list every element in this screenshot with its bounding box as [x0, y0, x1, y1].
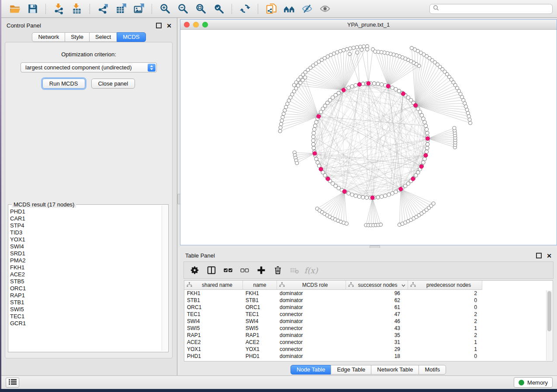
- clear-selection-icon: [240, 265, 249, 275]
- table-cell: dominator: [277, 297, 346, 304]
- mcds-result-item[interactable]: ACE2: [10, 271, 161, 278]
- export-table-button[interactable]: [114, 2, 128, 16]
- export-image-button[interactable]: [131, 2, 146, 16]
- table-tab-node-table[interactable]: Node Table: [291, 365, 332, 375]
- table-row[interactable]: SWI5SWI5connector431: [184, 325, 553, 332]
- close-panel-button[interactable]: Close panel: [91, 79, 135, 89]
- window-maximize-button[interactable]: [202, 22, 208, 28]
- network-canvas[interactable]: [180, 29, 557, 245]
- control-panel-header: Control Panel ✕: [1, 18, 177, 31]
- tab-mcds[interactable]: MCDS: [117, 32, 145, 42]
- split-view-icon: [207, 265, 216, 275]
- import-network-icon: [53, 3, 65, 14]
- column-header-shared-name[interactable]: shared name: [184, 281, 243, 290]
- mcds-result-item[interactable]: SRD1: [10, 250, 161, 257]
- table-scrollbar[interactable]: [546, 290, 552, 361]
- column-header-predecessor-nodes[interactable]: predecessor nodes: [408, 281, 482, 290]
- mcds-result-item[interactable]: GCR1: [10, 320, 161, 327]
- refresh-button[interactable]: [238, 2, 252, 16]
- delete-column-button[interactable]: [271, 264, 284, 277]
- mcds-result-item[interactable]: CAR1: [10, 215, 161, 222]
- import-network-button[interactable]: [52, 2, 66, 16]
- open-file-button[interactable]: [7, 2, 22, 16]
- hide-selected-button[interactable]: [300, 2, 314, 16]
- tab-network[interactable]: Network: [32, 32, 65, 42]
- mcds-result-list[interactable]: PHD1CAR1STP4TID3YOX1SWI4SRD1PMA2FKH1ACE2…: [10, 206, 161, 351]
- import-table-button[interactable]: [69, 2, 84, 16]
- hide-selected-icon: [301, 3, 313, 14]
- table-tab-network-table[interactable]: Network Table: [371, 365, 419, 375]
- table-row[interactable]: YOX1YOX1connector291: [184, 346, 553, 353]
- mcds-list-scrollbar[interactable]: [162, 206, 167, 351]
- tab-style[interactable]: Style: [65, 32, 90, 42]
- mcds-result-item[interactable]: SWI5: [10, 306, 161, 313]
- toolbar-separator: [232, 4, 232, 14]
- zoom-out-button[interactable]: [176, 2, 190, 16]
- table-cell: SWI5: [243, 325, 277, 332]
- settings-button[interactable]: [188, 264, 201, 277]
- table-cell: connector: [277, 346, 346, 353]
- save-session-button[interactable]: [25, 2, 40, 16]
- table-cell: ORC1: [243, 304, 277, 311]
- mcds-result-item[interactable]: TEC1: [10, 313, 161, 320]
- mcds-result-item[interactable]: FKH1: [10, 264, 161, 271]
- table-row[interactable]: ACE2ACE2connector311: [184, 339, 553, 346]
- table-cell: 61: [346, 304, 408, 311]
- table-row[interactable]: SWI4SWI4dominator462: [184, 318, 553, 325]
- table-row[interactable]: TEC1TEC1connector472: [184, 311, 553, 318]
- table-tab-edge-table[interactable]: Edge Table: [331, 365, 371, 375]
- table-row[interactable]: RAP1RAP1dominator352: [184, 332, 553, 339]
- mcds-result-item[interactable]: ORC1: [10, 285, 161, 292]
- zoom-fit-button[interactable]: [194, 2, 208, 16]
- clear-selection-button[interactable]: [238, 264, 251, 277]
- table-scrollbar-thumb[interactable]: [547, 291, 551, 331]
- table-row[interactable]: FKH1FKH1dominator962: [184, 290, 553, 297]
- mcds-result-item[interactable]: STP4: [10, 222, 161, 229]
- table-panel-tabs: Node TableEdge TableNetwork TableMotifs: [180, 365, 557, 375]
- mcds-result-item[interactable]: RAP1: [10, 292, 161, 299]
- add-column-button[interactable]: [255, 264, 268, 277]
- close-panel-icon[interactable]: ✕: [166, 24, 172, 28]
- mcds-result-item[interactable]: STB5: [10, 278, 161, 285]
- new-network-from-selection-button[interactable]: [264, 2, 278, 16]
- function-builder-button[interactable]: f(x): [304, 264, 318, 277]
- column-header-MCDS-role[interactable]: MCDS role: [277, 281, 346, 290]
- toolbar-separator: [90, 4, 90, 14]
- window-close-button[interactable]: [184, 22, 190, 28]
- close-table-panel-icon[interactable]: ✕: [547, 254, 552, 258]
- task-history-button[interactable]: [6, 378, 19, 388]
- mcds-result-item[interactable]: PHD1: [10, 208, 161, 215]
- memory-button[interactable]: Memory: [514, 377, 553, 388]
- table-row[interactable]: ORC1ORC1dominator610: [184, 304, 553, 311]
- table-row[interactable]: PHD1PHD1dominator180: [184, 353, 553, 360]
- export-network-icon: [97, 3, 109, 14]
- zoom-selected-button[interactable]: [211, 2, 226, 16]
- show-all-button[interactable]: [318, 2, 332, 16]
- first-neighbors-button[interactable]: [282, 2, 296, 16]
- table-tab-motifs[interactable]: Motifs: [419, 365, 446, 375]
- table-cell: TEC1: [243, 311, 277, 318]
- float-panel-icon[interactable]: [156, 23, 162, 28]
- float-table-panel-icon[interactable]: [536, 253, 542, 258]
- search-input[interactable]: [442, 5, 549, 13]
- mcds-result-item[interactable]: YOX1: [10, 236, 161, 243]
- mcds-result-item[interactable]: STB1: [10, 299, 161, 306]
- mcds-result-item[interactable]: SWI4: [10, 243, 161, 250]
- mcds-result-item[interactable]: TID3: [10, 229, 161, 236]
- delete-table-button[interactable]: [288, 264, 301, 277]
- zoom-out-icon: [177, 3, 189, 14]
- export-network-button[interactable]: [96, 2, 110, 16]
- window-minimize-button[interactable]: [193, 22, 199, 28]
- mcds-result-item[interactable]: PMA2: [10, 257, 161, 264]
- search-field[interactable]: [429, 4, 553, 14]
- column-header-name[interactable]: name: [243, 281, 277, 290]
- criterion-dropdown[interactable]: largest connected component (undirected): [21, 62, 157, 72]
- column-header-successor-nodes[interactable]: successor nodes: [346, 281, 408, 290]
- settings-icon: [190, 265, 200, 275]
- tab-select[interactable]: Select: [89, 32, 117, 42]
- table-row[interactable]: STB1STB1dominator620: [184, 297, 553, 304]
- run-mcds-button[interactable]: Run MCDS: [42, 79, 85, 89]
- select-all-button[interactable]: [221, 264, 235, 277]
- zoom-in-button[interactable]: [158, 2, 172, 16]
- split-view-button[interactable]: [205, 264, 218, 277]
